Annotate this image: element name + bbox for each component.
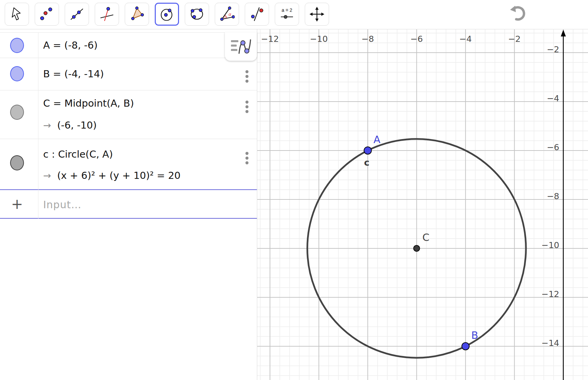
expression-C-value: (-6, -10) [57,119,96,131]
algebra-row-A[interactable]: A = (-8, -6) [0,32,257,58]
tool-move_view-button[interactable] [305,3,329,26]
visibility-toggle-B[interactable] [10,66,24,81]
y-tick-label: −4 [547,93,559,103]
algebra-row-c-circle[interactable]: c : Circle(C, A) → (x + 6)² + (y + 10)² … [0,139,257,189]
tool-polygon-button[interactable] [125,3,149,26]
tool-circle_center-button[interactable] [155,3,179,26]
y-tick-label: −14 [541,338,559,348]
x-tick-label: −12 [261,34,279,44]
point-B[interactable] [462,343,469,350]
angle-tool-icon: α [219,6,235,22]
graphics-view[interactable]: −12−10−8−6−4−2−2−4−6−8−10−12−14cABC [257,29,588,380]
output-arrow-icon: → [43,120,51,131]
x-tick-label: −8 [361,34,374,44]
tool-circle_points-button[interactable] [185,3,209,26]
expression-C-output: → (-6, -10) [43,119,97,131]
algebra-input[interactable] [42,193,233,216]
expression-A: A = (-8, -6) [43,33,97,58]
algebra-style-icon [230,38,252,55]
algebra-style-toggle-button[interactable] [225,32,257,61]
output-arrow-icon: → [43,170,51,181]
algebra-row-B[interactable]: B = (-4, -14) [0,58,257,90]
visibility-toggle-c[interactable] [10,155,24,170]
graphics-svg: −12−10−8−6−4−2−2−4−6−8−10−12−14cABC [257,29,588,380]
expression-c-output: → (x + 6)² + (y + 10)² = 20 [43,170,181,181]
point-C[interactable] [414,245,420,251]
point-A[interactable] [364,147,372,154]
undo-icon [508,3,527,22]
toolbar: αa = 2 [0,0,588,29]
y-tick-label: −2 [547,45,559,54]
input-row: + [0,189,257,219]
tool-reflect-button[interactable] [245,3,269,26]
add-expression-icon[interactable]: + [11,196,23,213]
undo-button[interactable] [508,3,527,22]
svg-text:α: α [229,12,231,17]
svg-text:a = 2: a = 2 [282,7,292,13]
x-tick-label: −2 [508,34,521,44]
algebra-panel: A = (-8, -6) B = (-4, -14) C = Midpoint(… [0,29,257,380]
expression-B: B = (-4, -14) [43,58,104,90]
expression-c-value: (x + 6)² + (y + 10)² = 20 [57,170,180,181]
perpendicular-line-tool-icon [99,6,115,22]
tool-angle-button[interactable]: α [215,3,239,26]
circle-with-center-tool-icon [159,6,175,22]
point-tool-icon [39,6,55,22]
x-tick-label: −6 [410,34,423,44]
marker-column-divider [38,32,38,219]
tool-slider-button[interactable]: a = 2 [275,3,299,26]
tool-point-button[interactable] [35,3,59,26]
visibility-toggle-C[interactable] [10,105,24,120]
y-tick-label: −6 [547,142,559,152]
slider-tool-icon: a = 2 [279,6,295,22]
row-menu-button-B[interactable] [243,70,250,83]
circle-c-label: c [364,157,370,168]
point-B-label: B [471,329,478,341]
tool-select-button[interactable] [5,3,29,26]
circle-three-points-tool-icon [189,6,205,22]
tool-perpendicular-button[interactable] [95,3,119,26]
algebra-row-C[interactable]: C = Midpoint(A, B) → (-6, -10) [0,90,257,139]
polygon-tool-icon [129,6,145,22]
row-menu-button-C[interactable] [243,101,250,113]
tool-buttons-group: αa = 2 [5,3,329,26]
y-tick-label: −8 [547,191,559,201]
row-menu-button-c[interactable] [243,152,250,164]
y-tick-label: −10 [541,240,559,250]
tool-line-button[interactable] [65,3,89,26]
expression-c: c : Circle(C, A) [43,148,113,160]
x-tick-label: −4 [459,34,472,44]
cursor-icon [9,6,25,22]
x-tick-label: −10 [310,34,328,44]
move-graphics-view-tool-icon [309,6,325,22]
point-C-label: C [422,232,430,243]
geogebra-app: αa = 2 A = (-8, -6) B = (-4, -14) C = Mi… [0,0,588,380]
point-A-label: A [374,134,381,145]
expression-C: C = Midpoint(A, B) [43,98,134,109]
visibility-toggle-A[interactable] [10,38,24,53]
y-tick-label: −12 [541,289,559,299]
reflection-tool-icon [249,6,265,22]
line-tool-icon [69,6,85,22]
